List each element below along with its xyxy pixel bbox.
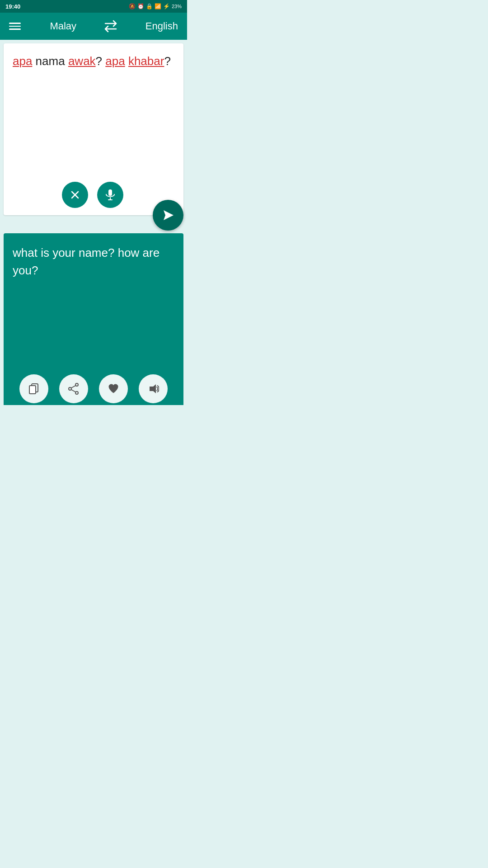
speak-button[interactable] — [139, 374, 168, 403]
word-nama: nama — [32, 54, 68, 68]
translate-send-button[interactable] — [153, 200, 183, 231]
svg-marker-13 — [150, 384, 156, 393]
svg-line-12 — [71, 390, 75, 392]
input-wrapper: apa nama awak? apa khabar? — [4, 43, 183, 215]
mic-button[interactable] — [97, 182, 123, 208]
copy-button[interactable] — [19, 374, 48, 403]
lock-icon: 🔒 — [146, 3, 153, 9]
input-section: apa nama awak? apa khabar? — [4, 43, 183, 215]
input-text: apa nama awak? apa khabar? — [13, 52, 174, 70]
menu-line-1 — [9, 23, 21, 24]
svg-marker-5 — [164, 210, 174, 220]
menu-button[interactable] — [9, 23, 23, 30]
word-q2: ? — [164, 54, 170, 68]
word-khabar: khabar — [128, 54, 164, 68]
svg-rect-6 — [32, 384, 38, 392]
svg-point-10 — [75, 392, 78, 394]
word-awak: awak — [68, 54, 96, 68]
output-text: what is your name? how are you? — [13, 244, 174, 279]
navbar: Malay English — [0, 13, 187, 40]
status-bar: 19:40 🔕 ⏰ 🔒 📶 ⚡ 23% — [0, 0, 187, 13]
output-actions — [4, 374, 183, 403]
battery-percent: 23% — [172, 4, 182, 9]
svg-rect-2 — [108, 189, 112, 196]
signal-icon: 📶 — [155, 3, 161, 9]
alarm-icon: ⏰ — [137, 3, 144, 9]
share-button[interactable] — [59, 374, 88, 403]
input-controls — [62, 182, 123, 208]
svg-line-1 — [72, 192, 78, 198]
output-section: what is your name? how are you? — [4, 233, 183, 405]
notification-icon: 🔕 — [129, 3, 136, 9]
svg-line-11 — [71, 386, 75, 388]
favorite-button[interactable] — [99, 374, 128, 403]
word-q1: ? — [96, 54, 106, 68]
word-apa1: apa — [13, 54, 32, 68]
word-space — [125, 54, 128, 68]
source-language[interactable]: Malay — [50, 20, 76, 32]
bolt-icon: ⚡ — [163, 3, 170, 9]
word-apa2: apa — [105, 54, 125, 68]
menu-line-2 — [9, 26, 21, 27]
target-language[interactable]: English — [145, 20, 178, 32]
swap-languages-button[interactable] — [103, 20, 118, 33]
svg-rect-7 — [29, 386, 36, 394]
svg-point-8 — [75, 383, 78, 386]
svg-line-0 — [72, 192, 78, 198]
clear-button[interactable] — [62, 182, 88, 208]
status-icons: 🔕 ⏰ 🔒 📶 ⚡ 23% — [129, 3, 182, 9]
svg-point-9 — [69, 387, 71, 390]
menu-line-3 — [9, 28, 21, 30]
status-time: 19:40 — [5, 3, 20, 10]
